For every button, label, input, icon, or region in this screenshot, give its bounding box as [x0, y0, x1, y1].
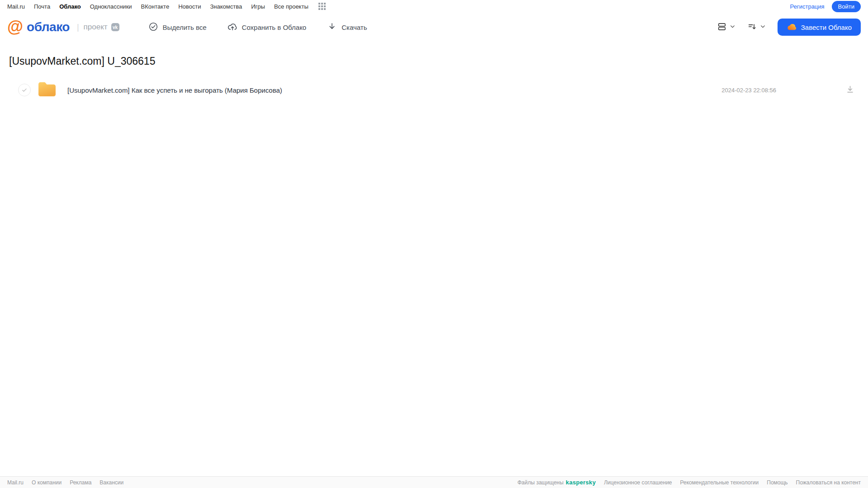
select-all-button[interactable]: Выделить все: [148, 22, 207, 33]
register-link[interactable]: Регистрация: [790, 3, 825, 10]
nav-link-znakomstva[interactable]: Знакомства: [210, 3, 242, 10]
page-title: [UsupovMarket.com] U_306615: [9, 55, 868, 67]
download-icon: [327, 22, 337, 33]
files-protected-label: Файлы защищены kaspersky: [517, 479, 596, 486]
folder-icon: [38, 81, 57, 99]
file-name-link[interactable]: [UsupovMarket.com] Как все успеть и не в…: [67, 86, 721, 94]
nav-link-mailru[interactable]: Mail.ru: [7, 3, 25, 10]
list-view-icon: [717, 22, 727, 33]
page-footer: Mail.ru О компании Реклама Вакансии Файл…: [0, 476, 868, 488]
file-modified-date: 2024-02-23 22:08:56: [721, 87, 776, 94]
view-mode-dropdown[interactable]: [717, 22, 735, 33]
portal-links: Mail.ru Почта Облако Одноклассники ВКонт…: [7, 3, 326, 10]
footer-link-license[interactable]: Лицензионное соглашение: [604, 479, 672, 486]
nav-link-all-projects[interactable]: Все проекты: [274, 3, 308, 10]
logo-brand-text: облако: [27, 20, 70, 34]
footer-right-links: Файлы защищены kaspersky Лицензионное со…: [517, 479, 861, 486]
mailru-at-icon: @: [7, 19, 23, 35]
nav-link-novosti[interactable]: Новости: [178, 3, 201, 10]
cloud-logo[interactable]: @ облако | проект vk: [7, 19, 119, 35]
nav-link-odnoklassniki[interactable]: Одноклассники: [90, 3, 132, 10]
footer-link-jobs[interactable]: Вакансии: [100, 479, 123, 486]
cloud-icon: [787, 23, 797, 32]
chevron-down-icon: [760, 24, 766, 31]
select-all-label: Выделить все: [163, 24, 207, 31]
nav-link-vkontakte[interactable]: ВКонтакте: [141, 3, 170, 10]
footer-left-links: Mail.ru О компании Реклама Вакансии: [7, 479, 123, 486]
sort-icon: [747, 22, 757, 33]
apps-grid-icon[interactable]: [318, 3, 326, 10]
nav-link-pochta[interactable]: Почта: [34, 3, 50, 10]
logo-separator: |: [77, 23, 79, 32]
footer-link-about[interactable]: О компании: [32, 479, 62, 486]
kaspersky-logo[interactable]: kaspersky: [566, 479, 596, 486]
create-cloud-label: Завести Облако: [801, 24, 852, 31]
save-to-cloud-button[interactable]: Сохранить в Облако: [228, 22, 307, 33]
create-cloud-button[interactable]: Завести Облако: [778, 19, 861, 36]
download-underline-icon: [846, 85, 854, 94]
nav-link-oblako[interactable]: Облако: [59, 3, 81, 10]
chevron-down-icon: [730, 24, 735, 31]
save-to-cloud-label: Сохранить в Облако: [242, 24, 307, 31]
download-label: Скачать: [342, 24, 367, 31]
sort-dropdown[interactable]: [747, 22, 766, 33]
row-checkbox[interactable]: [18, 84, 31, 96]
file-toolbar: Выделить все Сохранить в Облако Скачать: [148, 22, 367, 33]
portal-navbar: Mail.ru Почта Облако Одноклассники ВКонт…: [0, 0, 868, 13]
app-header: @ облако | проект vk Выделить все Сохран…: [0, 13, 868, 42]
auth-area: Регистрация Войти: [790, 1, 861, 12]
cloud-upload-icon: [228, 22, 237, 33]
vk-badge-icon: vk: [111, 23, 119, 31]
checkmark-icon: [21, 87, 28, 93]
footer-link-report-content[interactable]: Пожаловаться на контент: [796, 479, 861, 486]
footer-link-recommendation-tech[interactable]: Рекомендательные технологии: [680, 479, 759, 486]
footer-link-ads[interactable]: Реклама: [70, 479, 91, 486]
footer-link-help[interactable]: Помощь: [767, 479, 787, 486]
download-button[interactable]: Скачать: [327, 22, 367, 33]
header-right-controls: Завести Облако: [717, 19, 861, 36]
login-button[interactable]: Войти: [832, 1, 861, 12]
footer-link-mailru[interactable]: Mail.ru: [7, 479, 24, 486]
protected-text: Файлы защищены: [517, 479, 564, 486]
check-circle-icon: [148, 22, 158, 33]
row-download-button[interactable]: [844, 83, 856, 97]
logo-project-text: проект: [84, 23, 108, 32]
file-row[interactable]: [UsupovMarket.com] Как все успеть и не в…: [0, 79, 868, 101]
nav-link-igry[interactable]: Игры: [251, 3, 265, 10]
main-content: [UsupovMarket.com] U_306615 [UsupovMarke…: [0, 55, 868, 101]
